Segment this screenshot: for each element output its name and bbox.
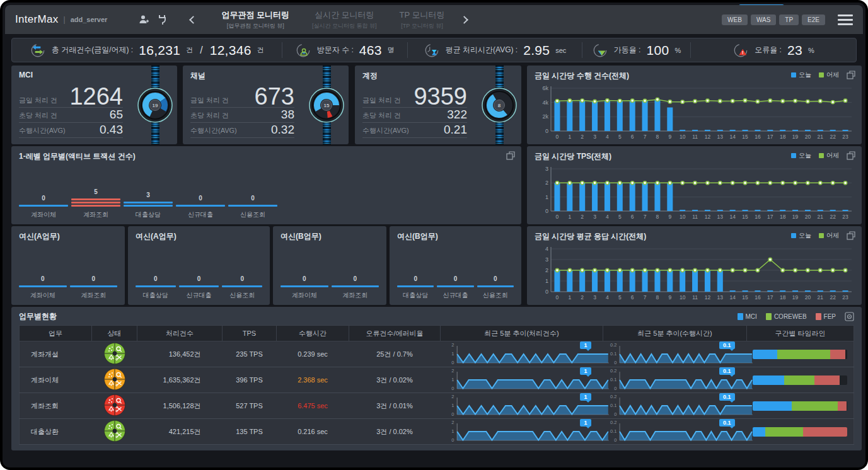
svg-text:8: 8 — [498, 103, 501, 108]
tab-1[interactable]: 업무관점 모니터링[업무관점 모니터링 뷰] — [210, 8, 301, 32]
header-button-web[interactable]: WEB — [722, 14, 748, 25]
active-value: 3 — [124, 192, 173, 198]
visitors-icon — [295, 42, 311, 59]
active-value: 0 — [281, 275, 328, 282]
active-label: 계좌이체 — [19, 291, 67, 300]
expand-icon[interactable] — [847, 231, 855, 240]
active-value: 0 — [176, 195, 225, 202]
table-row-대출상환[interactable]: 대출상환421,215건135 TPS0.216 sec3건 / 0.02%21… — [20, 419, 854, 445]
status-icon-orange[interactable] — [103, 368, 126, 391]
svg-text:2: 2 — [581, 294, 584, 301]
chart-legend: 오늘어제 — [791, 151, 855, 160]
active-bars: 0대출상담0신규대출0신용조회 — [390, 275, 521, 300]
kpi-value: 463 — [359, 43, 382, 58]
table-row-계좌조회[interactable]: 계좌조회1,506,128건527 TPS6.475 sec3건 / 0.01%… — [20, 393, 854, 419]
table-legend-item: MCI — [738, 313, 757, 320]
user-add-icon[interactable] — [137, 13, 150, 26]
column-header: TPS — [223, 326, 277, 341]
trend-sparkline: 2101 — [444, 394, 596, 417]
timeline-bar — [753, 401, 847, 411]
svg-text:22: 22 — [830, 214, 836, 220]
legend-swatch — [766, 313, 772, 320]
svg-text:21: 21 — [818, 214, 824, 220]
timeline-segment — [753, 401, 792, 411]
active-bar-신용조회: 0신용조회 — [228, 195, 277, 219]
plug-icon[interactable] — [156, 13, 168, 26]
tab-next-icon[interactable] — [460, 16, 468, 24]
svg-text:12: 12 — [705, 134, 711, 140]
active-value: 0 — [397, 275, 434, 282]
svg-text:17: 17 — [767, 134, 773, 140]
table-row-계좌개설[interactable]: 계좌개설136,452건235 TPS0.239 sec25건 / 0.7%21… — [20, 341, 854, 367]
expand-icon[interactable] — [847, 151, 855, 160]
svg-text:7: 7 — [644, 134, 647, 140]
metric-label: 초당 처리 건 — [190, 111, 229, 122]
header-button-was[interactable]: WAS — [751, 14, 776, 25]
metric-rows: 금일 처리 건9359초당 처리 건322수행시간(AVG)0.21 — [362, 81, 467, 138]
transactions-icon — [30, 42, 46, 59]
biz-tps: 235 TPS — [223, 341, 277, 367]
tab-3[interactable]: TP 모니터링[TP 모니터링 뷰] — [388, 8, 456, 32]
trend-ytick: 0 — [606, 438, 617, 443]
active-bar-계좌이체: 0계좌이체 — [19, 275, 67, 300]
menu-icon[interactable] — [838, 14, 853, 25]
svg-text:8: 8 — [656, 134, 659, 140]
expand-icon[interactable] — [847, 71, 855, 79]
metric-label: 수행시간(AVG) — [190, 126, 237, 137]
bar-stripe — [222, 285, 262, 287]
kpi-label: 평균 처리시간(AVG) : — [446, 45, 518, 55]
metric-row: 수행시간(AVG)0.21 — [362, 123, 467, 138]
kpi-unit: sec — [555, 47, 566, 54]
metric-label: 금일 처리 건 — [19, 96, 57, 106]
trend-badge: 1 — [580, 341, 591, 349]
expand-icon[interactable] — [506, 151, 515, 160]
legend-item: 오늘 — [791, 231, 811, 240]
trend-badge: 1 — [580, 393, 591, 401]
metric-label: 수행시간(AVG) — [362, 126, 409, 137]
biz-tps: 135 TPS — [223, 419, 277, 445]
svg-text:7: 7 — [644, 294, 647, 301]
header-icons — [137, 13, 168, 26]
header-divider: | — [64, 15, 66, 24]
svg-text:9: 9 — [668, 214, 671, 220]
svg-text:1: 1 — [568, 214, 571, 220]
header-buttons: WEBWASTPE2E — [722, 14, 853, 25]
svg-text:1: 1 — [568, 294, 571, 301]
table-row-계좌이체[interactable]: 계좌이체1,635,362건396 TPS2.368 sec3건 / 0.02%… — [20, 367, 854, 393]
chart-plot: 0123401234567891011121314151617181920212… — [532, 243, 857, 302]
legend-swatch — [791, 153, 796, 158]
metric-rows: 금일 처리 건673초당 처리 건38수행시간(AVG)0.32 — [190, 81, 294, 138]
status-icon-green[interactable] — [103, 342, 126, 365]
trend-ytick: 0 — [444, 386, 454, 391]
status-icon-green[interactable] — [103, 420, 126, 442]
biz-time: 6.475 sec — [298, 402, 328, 410]
kpi-unit: % — [674, 47, 681, 54]
active-bar-계좌조회: 5계좌조회 — [71, 188, 120, 219]
table-legend-item: COREWEB — [766, 313, 807, 320]
legend-item: 어제 — [819, 71, 839, 79]
panel-title: 여신(B업무) — [273, 226, 386, 242]
metric-row: 금일 처리 건1264 — [19, 81, 123, 108]
legend-label: 오늘 — [799, 231, 811, 240]
svg-text:21: 21 — [818, 134, 824, 140]
legend-swatch — [791, 72, 796, 77]
tab-2[interactable]: 실시간 모니터링[실시간 모니터링 통합 뷰] — [301, 8, 388, 32]
legend-label: COREWEB — [774, 313, 807, 320]
svg-text:9: 9 — [668, 294, 671, 301]
trend-ytick: 0 — [444, 438, 454, 443]
panel-mci: MCI 금일 처리 건1264초당 처리 건65수행시간(AVG)0.4319 — [11, 66, 177, 144]
trend-ytick: 0.2 — [606, 343, 617, 348]
gauge: 19 — [136, 86, 174, 124]
status-icon-red[interactable] — [103, 394, 126, 416]
svg-text:0: 0 — [545, 208, 548, 214]
timeline-segment — [753, 427, 765, 437]
timeline-segment — [753, 375, 784, 385]
bar-stripe — [70, 285, 118, 287]
header-button-e2e[interactable]: E2E — [802, 14, 825, 25]
settings-icon[interactable] — [845, 312, 854, 321]
chart-legend: 오늘어제 — [791, 71, 855, 79]
bar-stripe — [136, 285, 176, 287]
header-button-tp[interactable]: TP — [779, 14, 799, 25]
svg-text:16: 16 — [755, 134, 761, 140]
tab-prev-icon[interactable] — [190, 16, 198, 24]
